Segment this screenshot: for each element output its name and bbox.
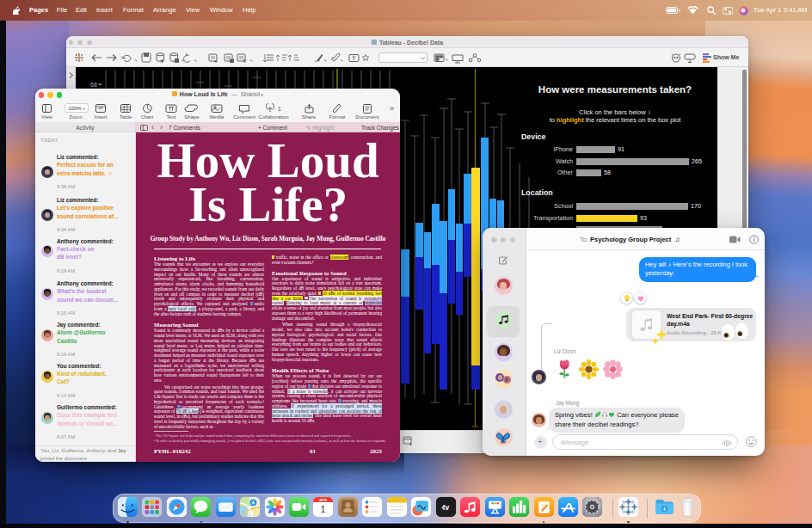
svg-text:1: 1	[278, 106, 281, 112]
svg-text:»: »	[390, 104, 394, 113]
svg-text:1: 1	[321, 503, 327, 514]
svg-text:APR: APR	[319, 498, 327, 502]
svg-text:tv: tv	[442, 503, 449, 512]
svg-text:68: 68	[90, 82, 97, 88]
